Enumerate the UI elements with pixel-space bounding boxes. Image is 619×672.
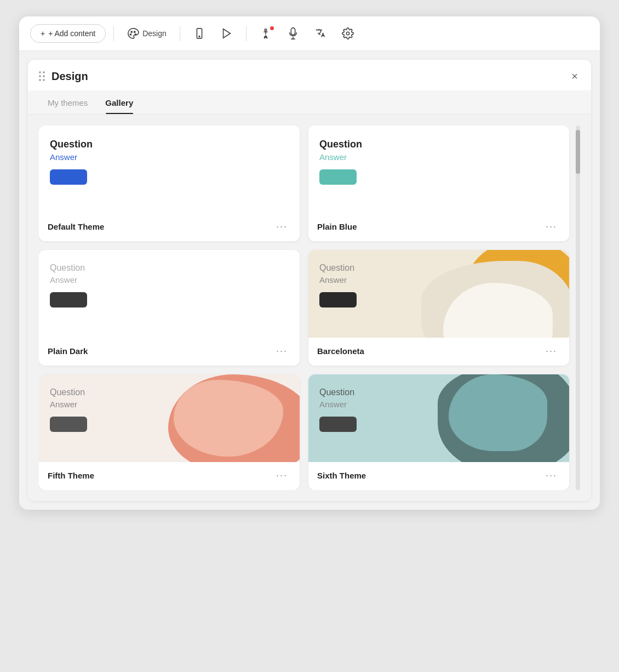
add-content-label: + Add content	[48, 29, 95, 38]
theme-preview-plain-dark: Question Answer	[39, 250, 300, 338]
theme-card-footer: Plain Blue ···	[308, 213, 569, 241]
theme-name: Fifth Theme	[48, 471, 94, 480]
theme-name: Default Theme	[48, 222, 104, 231]
theme-card-plain-dark[interactable]: Question Answer Plain Dark ···	[39, 250, 300, 366]
theme-name: Barceloneta	[317, 346, 364, 356]
theme-card-footer: Plain Dark ···	[39, 338, 300, 366]
theme-preview-fifth: Question Answer	[39, 374, 300, 462]
theme-more-button[interactable]: ···	[542, 469, 560, 482]
theme-preview-barceloneta: Question Answer	[308, 250, 569, 338]
voice-icon	[287, 27, 299, 39]
palette-icon	[127, 27, 139, 39]
themes-grid: Question Answer Default Theme ··· Questi…	[39, 126, 569, 490]
tab-gallery[interactable]: Gallery	[96, 90, 142, 114]
translate-icon	[314, 27, 326, 39]
theme-name: Plain Dark	[48, 346, 88, 356]
svg-point-3	[135, 34, 136, 35]
theme-name: Sixth Theme	[317, 471, 366, 480]
theme-color-swatch	[319, 292, 357, 307]
theme-card-footer: Barceloneta ···	[308, 338, 569, 366]
theme-card-footer: Default Theme ···	[39, 213, 300, 241]
theme-card-plain-blue[interactable]: Question Answer Plain Blue ···	[308, 126, 569, 241]
design-panel: Design × My themes Gallery Question	[28, 60, 591, 501]
theme-answer: Answer	[50, 400, 289, 409]
notification-dot	[270, 26, 274, 30]
theme-more-button[interactable]: ···	[273, 220, 291, 234]
toolbar-divider-1	[113, 26, 114, 41]
theme-more-button[interactable]: ···	[273, 469, 291, 482]
svg-point-10	[346, 32, 349, 35]
voice-button[interactable]	[282, 24, 305, 43]
gallery-scroll[interactable]: Question Answer Default Theme ··· Questi…	[39, 126, 571, 490]
accessibility-button[interactable]	[254, 24, 277, 43]
theme-card-fifth[interactable]: Question Answer Fifth Theme ···	[39, 374, 300, 490]
close-button[interactable]: ×	[569, 69, 580, 84]
design-label: Design	[142, 29, 167, 38]
theme-more-button[interactable]: ···	[273, 344, 291, 358]
scrollbar-track[interactable]	[576, 126, 580, 490]
panel-title-row: Design	[39, 70, 88, 83]
scrollbar-thumb[interactable]	[576, 130, 580, 174]
theme-color-swatch	[50, 292, 87, 307]
theme-color-swatch	[50, 169, 87, 185]
theme-answer: Answer	[319, 400, 558, 409]
theme-card-footer: Sixth Theme ···	[308, 462, 569, 490]
svg-point-7	[265, 29, 267, 31]
gallery-area: Question Answer Default Theme ··· Questi…	[28, 115, 591, 501]
theme-question: Question	[50, 139, 289, 150]
theme-color-swatch	[319, 417, 357, 432]
mobile-icon	[193, 27, 205, 39]
theme-more-button[interactable]: ···	[542, 344, 560, 358]
theme-card-barceloneta[interactable]: Question Answer Barceloneta ···	[308, 250, 569, 366]
theme-question: Question	[50, 388, 289, 397]
theme-answer: Answer	[50, 152, 289, 162]
toolbar-divider-2	[180, 26, 180, 41]
theme-preview-plain-blue: Question Answer	[308, 126, 569, 213]
translate-button[interactable]	[309, 24, 332, 43]
theme-more-button[interactable]: ···	[542, 220, 560, 234]
svg-point-2	[134, 31, 135, 32]
svg-point-1	[131, 31, 132, 32]
theme-preview-sixth: Question Answer	[308, 374, 569, 462]
theme-color-swatch	[319, 169, 357, 185]
add-content-button[interactable]: + + Add content	[30, 24, 106, 43]
design-button[interactable]: Design	[122, 24, 172, 43]
toolbar: + + Add content Design	[19, 16, 600, 51]
theme-question: Question	[319, 263, 558, 273]
svg-point-5	[199, 36, 200, 37]
theme-card-sixth[interactable]: Question Answer Sixth Theme ···	[308, 374, 569, 490]
panel-title: Design	[51, 70, 88, 83]
play-button[interactable]	[215, 24, 238, 43]
theme-question: Question	[319, 139, 558, 150]
mobile-preview-button[interactable]	[188, 24, 211, 43]
panel-header: Design ×	[28, 60, 591, 90]
tab-my-themes[interactable]: My themes	[39, 90, 96, 114]
theme-card-default[interactable]: Question Answer Default Theme ···	[39, 126, 300, 241]
theme-card-footer: Fifth Theme ···	[39, 462, 300, 490]
theme-name: Plain Blue	[317, 222, 357, 231]
theme-question: Question	[319, 388, 558, 397]
plus-icon: +	[41, 29, 45, 38]
gear-icon	[342, 27, 354, 39]
svg-point-0	[130, 34, 131, 35]
theme-answer: Answer	[319, 275, 558, 284]
theme-answer: Answer	[319, 152, 558, 162]
theme-answer: Answer	[50, 275, 289, 284]
theme-color-swatch	[50, 417, 87, 432]
tabs-container: My themes Gallery	[28, 90, 591, 115]
settings-button[interactable]	[336, 24, 359, 43]
play-icon	[221, 27, 233, 39]
drag-handle[interactable]	[39, 71, 45, 81]
theme-preview-default: Question Answer	[39, 126, 300, 213]
svg-marker-6	[223, 29, 230, 38]
theme-question: Question	[50, 263, 289, 273]
toolbar-divider-3	[246, 26, 247, 41]
app-container: + + Add content Design	[19, 16, 600, 510]
